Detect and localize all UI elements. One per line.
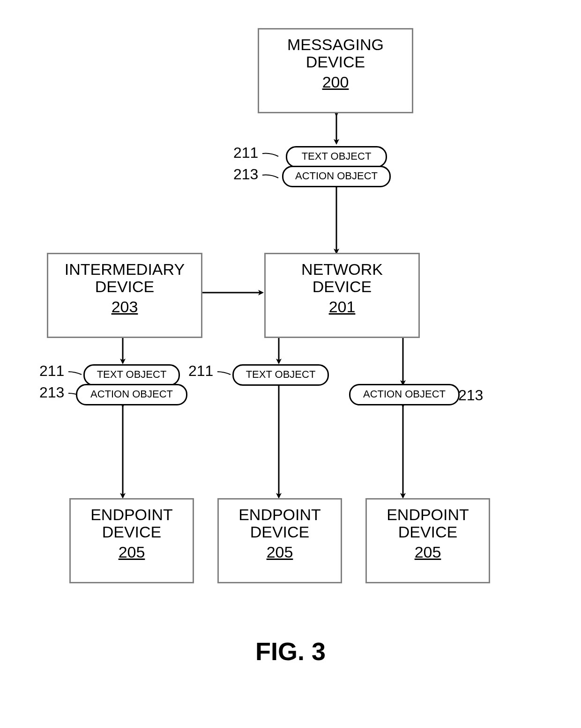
box-intermediary-device: INTERMEDIARYDEVICE 203 xyxy=(47,253,202,338)
pill-label: TEXT OBJECT xyxy=(302,150,372,162)
ref-label-text: 211 xyxy=(39,362,64,380)
pill-label: TEXT OBJECT xyxy=(246,368,316,380)
box-network-device: NETWORKDEVICE 201 xyxy=(264,253,420,338)
box-ref: 205 xyxy=(367,543,489,561)
pill-text-object: TEXT OBJECT xyxy=(232,364,329,386)
ref-label-action: 213 xyxy=(233,166,258,183)
box-title: INTERMEDIARYDEVICE xyxy=(48,261,201,296)
ref-label-action: 213 xyxy=(458,387,483,404)
box-messaging-device: MESSAGINGDEVICE 200 xyxy=(258,28,413,113)
box-title: ENDPOINTDEVICE xyxy=(219,506,341,541)
box-ref: 205 xyxy=(219,543,341,561)
box-endpoint-device: ENDPOINTDEVICE 205 xyxy=(69,498,194,583)
ref-label-text: 211 xyxy=(188,362,213,380)
pill-text-object: TEXT OBJECT xyxy=(83,364,180,386)
page: MESSAGINGDEVICE 200 TEXT OBJECT ACTION O… xyxy=(0,0,581,728)
pill-label: TEXT OBJECT xyxy=(97,368,167,380)
ref-label-action: 213 xyxy=(39,384,64,401)
box-ref: 200 xyxy=(259,73,412,91)
pill-label: ACTION OBJECT xyxy=(363,388,446,400)
ref-label-text: 211 xyxy=(233,144,258,162)
pill-text-object: TEXT OBJECT xyxy=(286,146,387,168)
box-ref: 203 xyxy=(48,298,201,316)
box-ref: 205 xyxy=(71,543,193,561)
box-ref: 201 xyxy=(266,298,418,316)
figure-caption: FIG. 3 xyxy=(0,637,581,666)
pill-action-object: ACTION OBJECT xyxy=(76,384,187,405)
box-endpoint-device: ENDPOINTDEVICE 205 xyxy=(217,498,342,583)
box-title: MESSAGINGDEVICE xyxy=(259,36,412,71)
diagram: MESSAGINGDEVICE 200 TEXT OBJECT ACTION O… xyxy=(37,28,539,581)
pill-action-object: ACTION OBJECT xyxy=(349,384,460,405)
pill-action-object: ACTION OBJECT xyxy=(282,166,391,187)
pill-label: ACTION OBJECT xyxy=(90,388,173,400)
box-title: NETWORKDEVICE xyxy=(266,261,418,296)
box-endpoint-device: ENDPOINTDEVICE 205 xyxy=(365,498,490,583)
box-title: ENDPOINTDEVICE xyxy=(71,506,193,541)
box-title: ENDPOINTDEVICE xyxy=(367,506,489,541)
pill-label: ACTION OBJECT xyxy=(295,170,378,182)
